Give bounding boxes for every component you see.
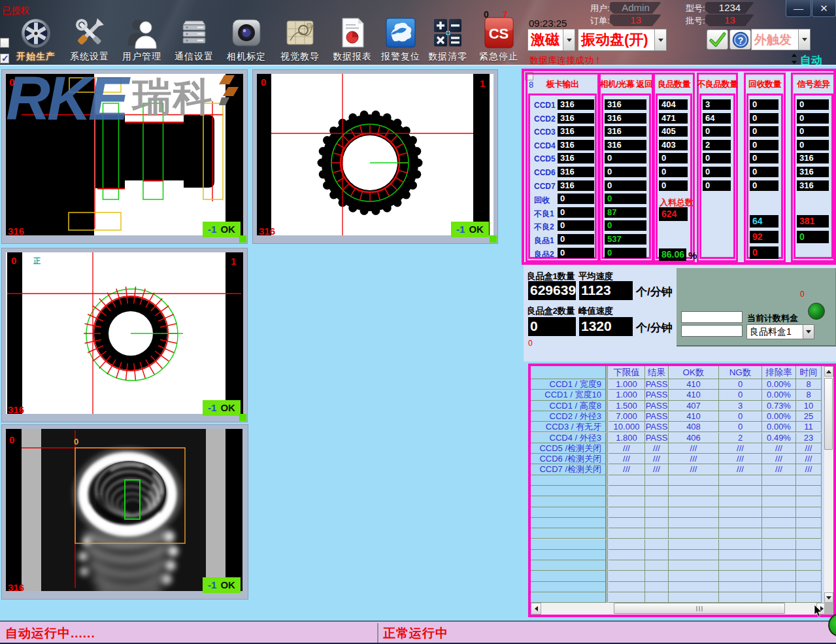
trigger-combobox-arrow-icon[interactable] [798, 29, 810, 50]
table-cell[interactable] [719, 539, 762, 550]
table-cell[interactable] [531, 528, 606, 539]
table-cell[interactable] [609, 582, 645, 592]
table-cell[interactable] [762, 507, 796, 518]
confirm-button[interactable] [707, 29, 728, 50]
table-cell[interactable] [796, 571, 822, 581]
table-cell[interactable]: 406 [669, 433, 719, 443]
table-cell[interactable]: 11 [796, 422, 822, 432]
camera2-resize-grip[interactable] [490, 235, 497, 243]
table-cell[interactable] [719, 571, 762, 581]
table-cell[interactable]: /// [796, 443, 822, 454]
table-cell[interactable] [719, 507, 762, 518]
counter-input-2[interactable] [681, 325, 743, 337]
table-cell[interactable] [609, 571, 645, 581]
title-field-value-2[interactable]: 13 [610, 14, 661, 26]
table-cell[interactable]: 407 [669, 401, 719, 411]
table-cell[interactable] [796, 539, 822, 550]
table-cell[interactable]: /// [762, 443, 796, 454]
camera3-resize-grip[interactable] [239, 414, 246, 421]
table-cell[interactable]: 10.000 [609, 422, 645, 432]
table-cell[interactable] [669, 571, 719, 581]
table-cell[interactable] [645, 486, 669, 496]
scroll-left-button[interactable] [531, 603, 541, 615]
counter-input-1[interactable] [681, 311, 743, 323]
table-cell[interactable] [796, 582, 822, 592]
table-cell[interactable] [669, 475, 719, 486]
table-cell[interactable]: 0.00% [762, 411, 796, 422]
scroll-down-button[interactable] [824, 592, 833, 603]
table-cell[interactable]: /// [719, 464, 762, 475]
table-cell[interactable] [645, 539, 669, 550]
camera1-resize-grip[interactable] [239, 235, 246, 243]
table-hscrollbar[interactable] [531, 603, 827, 615]
table-cell[interactable] [669, 496, 719, 507]
table-cell[interactable] [796, 507, 822, 518]
table-cell[interactable] [669, 592, 719, 603]
table-cell[interactable] [645, 571, 669, 581]
table-cell[interactable]: PASS [645, 422, 669, 432]
table-cell[interactable] [762, 486, 796, 496]
table-cell[interactable] [762, 539, 796, 550]
table-cell[interactable]: /// [669, 454, 719, 464]
table-cell[interactable] [796, 592, 822, 603]
table-cell[interactable] [531, 507, 606, 518]
table-cell[interactable] [762, 518, 796, 528]
table-header-cell[interactable]: 排除率 [762, 366, 796, 379]
table-cell[interactable] [645, 592, 669, 603]
table-cell[interactable]: 410 [669, 390, 719, 400]
table-cell[interactable]: /// [796, 454, 822, 464]
table-cell[interactable] [719, 592, 762, 603]
table-cell[interactable] [531, 475, 606, 486]
table-cell[interactable] [669, 582, 719, 592]
table-cell[interactable] [762, 475, 796, 486]
table-cell[interactable] [669, 486, 719, 496]
table-cell[interactable] [609, 528, 645, 539]
table-cell[interactable]: CCD1 / 宽度9 [531, 379, 606, 390]
vscroll-thumb[interactable] [824, 378, 833, 450]
table-cell[interactable]: /// [796, 464, 822, 475]
table-cell[interactable] [796, 475, 822, 486]
table-cell[interactable] [609, 496, 645, 507]
minimize-button[interactable]: — [786, 0, 811, 17]
current-box-arrow-icon[interactable] [803, 325, 814, 339]
table-cell[interactable] [796, 550, 822, 560]
title-field-value-1[interactable]: Admin [610, 2, 661, 14]
table-cell[interactable] [645, 507, 669, 518]
help-button[interactable]: ? [729, 29, 751, 50]
table-cell[interactable]: 0 [719, 379, 762, 390]
table-cell[interactable]: 1.000 [609, 390, 645, 400]
table-cell[interactable] [719, 475, 762, 486]
table-cell[interactable] [609, 486, 645, 496]
table-cell[interactable] [719, 582, 762, 592]
table-cell[interactable]: 1.000 [609, 379, 645, 390]
table-cell[interactable]: /// [719, 443, 762, 454]
table-cell[interactable]: 10 [796, 401, 822, 411]
table-cell[interactable] [762, 550, 796, 560]
table-cell[interactable] [796, 518, 822, 528]
table-cell[interactable]: CCD1 / 高度8 [531, 401, 606, 411]
table-cell[interactable] [719, 528, 762, 539]
table-cell[interactable] [762, 592, 796, 603]
vibration-combobox-arrow-icon[interactable] [654, 29, 666, 50]
table-cell[interactable] [796, 560, 822, 571]
table-cell[interactable]: CCD3 / 有无牙 [531, 422, 606, 432]
table-cell[interactable]: CCD6 /检测关闭 [531, 454, 606, 464]
table-cell[interactable] [669, 539, 719, 550]
table-cell[interactable]: /// [719, 454, 762, 464]
table-cell[interactable] [645, 582, 669, 592]
table-cell[interactable]: 0.73% [762, 401, 796, 411]
table-cell[interactable]: /// [609, 454, 645, 464]
table-cell[interactable]: 1.500 [609, 401, 645, 411]
hscroll-thumb[interactable] [614, 603, 785, 614]
table-cell[interactable]: 0.49% [762, 433, 796, 443]
table-cell[interactable]: 410 [669, 411, 719, 422]
table-cell[interactable] [645, 528, 669, 539]
table-cell[interactable]: PASS [645, 411, 669, 422]
table-cell[interactable] [531, 550, 606, 560]
excitation-combobox-arrow-icon[interactable] [563, 29, 575, 50]
table-cell[interactable]: 23 [796, 433, 822, 443]
table-cell[interactable]: 410 [669, 379, 719, 390]
table-cell[interactable]: PASS [645, 390, 669, 400]
table-cell[interactable] [609, 475, 645, 486]
table-cell[interactable]: 0 [719, 411, 762, 422]
